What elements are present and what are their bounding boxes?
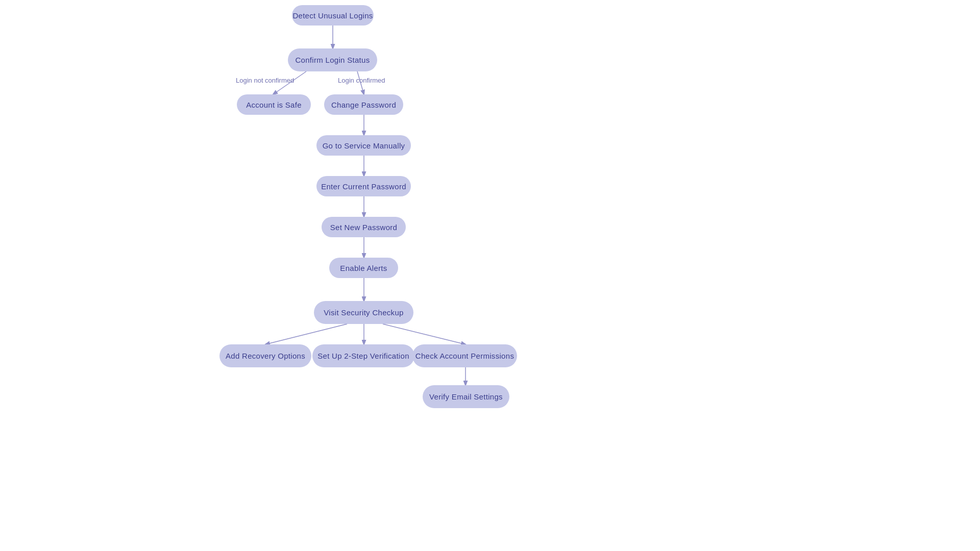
detect-unusual-logins-node: Detect Unusual Logins	[292, 5, 374, 26]
set-new-password-node: Set New Password	[322, 217, 406, 237]
check-account-permissions-node: Check Account Permissions	[412, 344, 517, 367]
flowchart: Detect Unusual Logins Confirm Login Stat…	[0, 0, 980, 551]
enter-current-password-node: Enter Current Password	[316, 176, 411, 196]
goto-service-manually-node: Go to Service Manually	[316, 135, 411, 156]
visit-security-checkup-node: Visit Security Checkup	[314, 301, 413, 324]
change-password-node: Change Password	[324, 94, 403, 115]
confirm-login-status-node: Confirm Login Status	[288, 48, 377, 71]
login-confirmed-label: Login confirmed	[338, 77, 385, 84]
add-recovery-options-node: Add Recovery Options	[219, 344, 311, 367]
set-up-2step-verification-node: Set Up 2-Step Verification	[312, 344, 414, 367]
arrows-svg	[0, 0, 980, 551]
account-is-safe-node: Account is Safe	[237, 94, 311, 115]
verify-email-settings-node: Verify Email Settings	[423, 385, 509, 408]
enable-alerts-node: Enable Alerts	[329, 258, 398, 278]
login-not-confirmed-label: Login not confirmed	[236, 77, 294, 84]
